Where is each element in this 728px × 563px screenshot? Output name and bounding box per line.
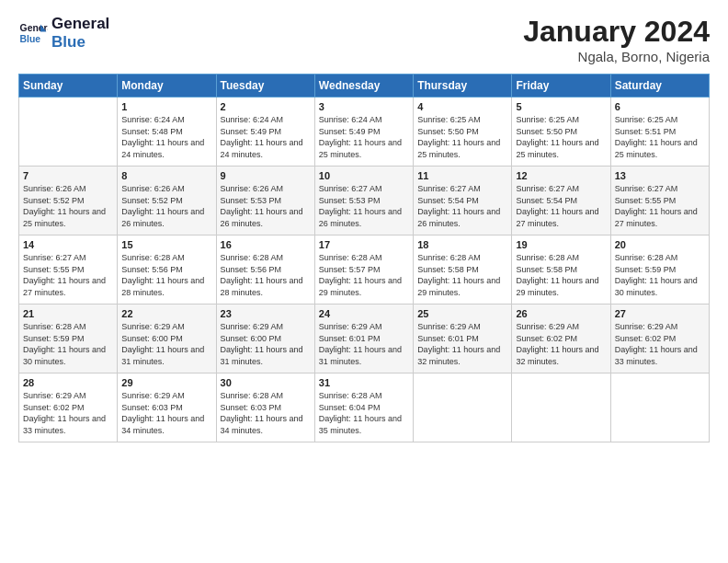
day-number: 19	[516, 239, 606, 250]
col-monday: Monday	[118, 75, 216, 98]
day-detail: Sunrise: 6:28 AMSunset: 5:56 PMDaylight:…	[121, 252, 211, 298]
table-row: 24 Sunrise: 6:29 AMSunset: 6:01 PMDaylig…	[314, 304, 413, 373]
day-detail: Sunrise: 6:29 AMSunset: 6:00 PMDaylight:…	[221, 321, 311, 367]
table-row	[414, 373, 512, 442]
day-detail: Sunrise: 6:24 AMSunset: 5:49 PMDaylight:…	[221, 114, 311, 160]
day-number: 5	[516, 101, 606, 112]
main-title: January 2024	[523, 15, 710, 49]
day-detail: Sunrise: 6:26 AMSunset: 5:53 PMDaylight:…	[221, 183, 311, 229]
table-row: 13 Sunrise: 6:27 AMSunset: 5:55 PMDaylig…	[610, 167, 709, 236]
logo-icon: General Blue	[18, 18, 48, 48]
table-row: 11 Sunrise: 6:27 AMSunset: 5:54 PMDaylig…	[414, 167, 512, 236]
day-detail: Sunrise: 6:26 AMSunset: 5:52 PMDaylight:…	[23, 183, 113, 229]
logo-line2: Blue	[51, 33, 109, 52]
day-detail: Sunrise: 6:28 AMSunset: 5:58 PMDaylight:…	[417, 252, 507, 298]
day-number: 30	[221, 377, 311, 388]
day-detail: Sunrise: 6:29 AMSunset: 6:02 PMDaylight:…	[516, 321, 606, 367]
day-detail: Sunrise: 6:28 AMSunset: 5:56 PMDaylight:…	[221, 252, 311, 298]
day-detail: Sunrise: 6:28 AMSunset: 5:59 PMDaylight:…	[615, 252, 705, 298]
day-number: 3	[319, 101, 409, 112]
subtitle: Ngala, Borno, Nigeria	[523, 49, 710, 64]
table-row: 6 Sunrise: 6:25 AMSunset: 5:51 PMDayligh…	[610, 98, 709, 167]
col-sunday: Sunday	[19, 75, 118, 98]
table-row: 18 Sunrise: 6:28 AMSunset: 5:58 PMDaylig…	[414, 236, 512, 304]
day-number: 22	[121, 308, 211, 319]
day-detail: Sunrise: 6:27 AMSunset: 5:55 PMDaylight:…	[615, 183, 705, 229]
day-number: 14	[23, 239, 113, 250]
day-number: 9	[221, 170, 311, 181]
day-detail: Sunrise: 6:28 AMSunset: 6:03 PMDaylight:…	[221, 390, 311, 436]
table-row: 1 Sunrise: 6:24 AMSunset: 5:48 PMDayligh…	[118, 98, 216, 167]
col-thursday: Thursday	[414, 75, 512, 98]
table-row: 22 Sunrise: 6:29 AMSunset: 6:00 PMDaylig…	[118, 304, 216, 373]
table-row: 23 Sunrise: 6:29 AMSunset: 6:00 PMDaylig…	[216, 304, 314, 373]
day-number: 18	[417, 239, 507, 250]
day-detail: Sunrise: 6:29 AMSunset: 6:01 PMDaylight:…	[417, 321, 507, 367]
day-number: 20	[615, 239, 705, 250]
day-number: 25	[417, 308, 507, 319]
day-number: 26	[516, 308, 606, 319]
day-number: 28	[23, 377, 113, 388]
table-row: 30 Sunrise: 6:28 AMSunset: 6:03 PMDaylig…	[216, 373, 314, 442]
day-detail: Sunrise: 6:27 AMSunset: 5:54 PMDaylight:…	[417, 183, 507, 229]
col-wednesday: Wednesday	[314, 75, 413, 98]
table-row: 25 Sunrise: 6:29 AMSunset: 6:01 PMDaylig…	[414, 304, 512, 373]
day-number: 24	[319, 308, 409, 319]
day-detail: Sunrise: 6:27 AMSunset: 5:55 PMDaylight:…	[23, 252, 113, 298]
table-row: 16 Sunrise: 6:28 AMSunset: 5:56 PMDaylig…	[216, 236, 314, 304]
day-detail: Sunrise: 6:28 AMSunset: 5:58 PMDaylight:…	[516, 252, 606, 298]
week-row-2: 14 Sunrise: 6:27 AMSunset: 5:55 PMDaylig…	[19, 236, 710, 304]
day-number: 11	[417, 170, 507, 181]
table-row: 12 Sunrise: 6:27 AMSunset: 5:54 PMDaylig…	[512, 167, 610, 236]
table-row: 21 Sunrise: 6:28 AMSunset: 5:59 PMDaylig…	[19, 304, 118, 373]
day-number: 1	[121, 101, 211, 112]
col-friday: Friday	[512, 75, 610, 98]
table-row	[610, 373, 709, 442]
day-detail: Sunrise: 6:29 AMSunset: 6:02 PMDaylight:…	[23, 390, 113, 436]
day-detail: Sunrise: 6:24 AMSunset: 5:48 PMDaylight:…	[121, 114, 211, 160]
day-detail: Sunrise: 6:24 AMSunset: 5:49 PMDaylight:…	[319, 114, 409, 160]
day-number: 27	[615, 308, 705, 319]
day-number: 7	[23, 170, 113, 181]
week-row-1: 7 Sunrise: 6:26 AMSunset: 5:52 PMDayligh…	[19, 167, 710, 236]
table-row: 14 Sunrise: 6:27 AMSunset: 5:55 PMDaylig…	[19, 236, 118, 304]
table-row: 31 Sunrise: 6:28 AMSunset: 6:04 PMDaylig…	[314, 373, 413, 442]
logo-line1: General	[51, 15, 109, 33]
day-number: 8	[121, 170, 211, 181]
table-row: 17 Sunrise: 6:28 AMSunset: 5:57 PMDaylig…	[314, 236, 413, 304]
table-row: 28 Sunrise: 6:29 AMSunset: 6:02 PMDaylig…	[19, 373, 118, 442]
table-row: 3 Sunrise: 6:24 AMSunset: 5:49 PMDayligh…	[314, 98, 413, 167]
day-detail: Sunrise: 6:29 AMSunset: 6:01 PMDaylight:…	[319, 321, 409, 367]
title-block: January 2024 Ngala, Borno, Nigeria	[523, 15, 710, 64]
header: General Blue General Blue January 2024 N…	[18, 15, 710, 64]
day-detail: Sunrise: 6:28 AMSunset: 5:59 PMDaylight:…	[23, 321, 113, 367]
table-row: 20 Sunrise: 6:28 AMSunset: 5:59 PMDaylig…	[610, 236, 709, 304]
day-detail: Sunrise: 6:29 AMSunset: 6:03 PMDaylight:…	[121, 390, 211, 436]
day-number: 13	[615, 170, 705, 181]
page-container: General Blue General Blue January 2024 N…	[0, 0, 728, 452]
table-row: 9 Sunrise: 6:26 AMSunset: 5:53 PMDayligh…	[216, 167, 314, 236]
day-detail: Sunrise: 6:29 AMSunset: 6:02 PMDaylight:…	[615, 321, 705, 367]
day-number: 4	[417, 101, 507, 112]
table-row: 7 Sunrise: 6:26 AMSunset: 5:52 PMDayligh…	[19, 167, 118, 236]
day-number: 6	[615, 101, 705, 112]
table-row: 27 Sunrise: 6:29 AMSunset: 6:02 PMDaylig…	[610, 304, 709, 373]
table-row: 10 Sunrise: 6:27 AMSunset: 5:53 PMDaylig…	[314, 167, 413, 236]
table-row: 4 Sunrise: 6:25 AMSunset: 5:50 PMDayligh…	[414, 98, 512, 167]
table-row: 5 Sunrise: 6:25 AMSunset: 5:50 PMDayligh…	[512, 98, 610, 167]
day-number: 17	[319, 239, 409, 250]
day-detail: Sunrise: 6:25 AMSunset: 5:51 PMDaylight:…	[615, 114, 705, 160]
day-number: 10	[319, 170, 409, 181]
table-row: 8 Sunrise: 6:26 AMSunset: 5:52 PMDayligh…	[118, 167, 216, 236]
table-row: 26 Sunrise: 6:29 AMSunset: 6:02 PMDaylig…	[512, 304, 610, 373]
col-saturday: Saturday	[610, 75, 709, 98]
day-detail: Sunrise: 6:28 AMSunset: 6:04 PMDaylight:…	[319, 390, 409, 436]
day-detail: Sunrise: 6:26 AMSunset: 5:52 PMDaylight:…	[121, 183, 211, 229]
day-number: 16	[221, 239, 311, 250]
day-detail: Sunrise: 6:25 AMSunset: 5:50 PMDaylight:…	[516, 114, 606, 160]
table-row: 2 Sunrise: 6:24 AMSunset: 5:49 PMDayligh…	[216, 98, 314, 167]
table-row: 29 Sunrise: 6:29 AMSunset: 6:03 PMDaylig…	[118, 373, 216, 442]
day-number: 29	[121, 377, 211, 388]
col-tuesday: Tuesday	[216, 75, 314, 98]
logo: General Blue General Blue	[18, 15, 109, 52]
